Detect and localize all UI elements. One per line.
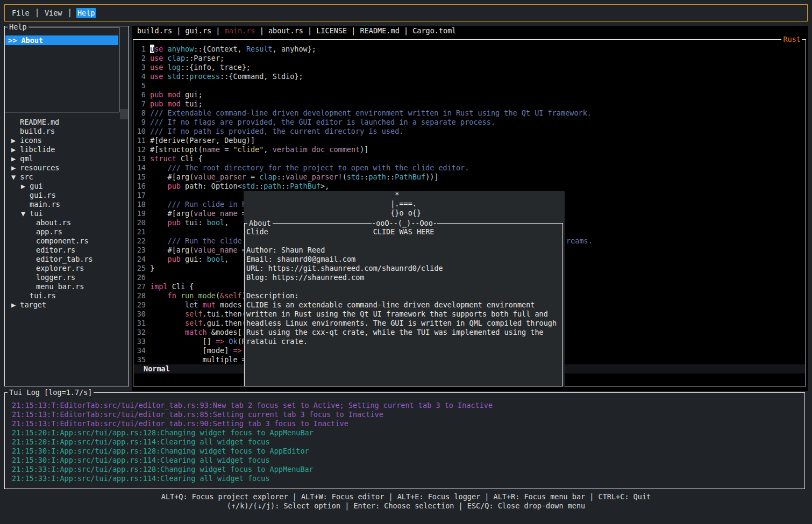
tab-about.rs[interactable]: about.rs (268, 26, 303, 35)
about-dialog-border: About -ooO--(_)--Ooo- Clide CLIDE WAS HE… (244, 223, 563, 386)
code-line-3: 3use log::{info, trace}; (134, 63, 805, 72)
code-line-6: 6pub mod gui; (134, 90, 805, 99)
tab-separator: | (347, 26, 360, 35)
code-line-7: 7pub mod tui; (134, 99, 805, 109)
tree-item-menu_bar.rs[interactable]: menu_bar.rs (7, 282, 119, 291)
log-entry: 21:15:33:I:App:src/tui/app.rs:128:Changi… (12, 465, 801, 474)
about-dialog: * |.===. {}o o{} About -ooO--(_)--Ooo- C… (244, 191, 565, 387)
file-tree: README.mdbuild.rs▶ icons▶ libclide▶ qml▶… (7, 118, 119, 310)
line-number: 5 (134, 81, 146, 90)
tree-item-editor_tab.rs[interactable]: editor_tab.rs (7, 255, 119, 264)
explorer-scrollbar-thumb[interactable] (120, 109, 128, 119)
tui-log-title: Tui Log [log=1.7/s] (8, 388, 94, 397)
code-line22-tail: reams. (566, 236, 593, 246)
line-number: 24 (134, 255, 146, 264)
tab-LICENSE[interactable]: LICENSE (316, 26, 347, 35)
code-line-2: 2use clap::Parser; (134, 54, 805, 63)
tree-item-about.rs[interactable]: about.rs (7, 218, 119, 227)
log-entry: 21:15:20:I:App:src/tui/app.rs:114:Cleari… (12, 437, 801, 447)
code-line-16: 16 pub path: Option<std::path::PathBuf>, (134, 182, 805, 191)
line-number: 33 (134, 337, 146, 346)
code-line-1: 1use anyhow::{Context, Result, anyhow}; (134, 45, 805, 54)
line-number: 14 (134, 163, 146, 173)
code-line-14: 14 /// The root directory for the projec… (134, 163, 805, 173)
line-number: 20 (134, 218, 146, 227)
line-number: 11 (134, 136, 146, 145)
tree-item-icons[interactable]: ▶ icons (7, 136, 119, 145)
log-entry: 21:15:30:I:App:src/tui/app.rs:114:Cleari… (12, 456, 801, 465)
tab-separator: | (172, 26, 185, 35)
tree-item-component.rs[interactable]: component.rs (7, 236, 119, 246)
tree-item-target[interactable]: ▶ target (7, 300, 119, 310)
code-line-5: 5 (134, 81, 805, 90)
line-number: 35 (134, 355, 146, 364)
language-badge: Rust (781, 35, 802, 44)
menu-item-view[interactable]: View (44, 8, 63, 18)
code-line-13: 13struct Cli { (134, 154, 805, 163)
menu-separator-bar: │ (35, 9, 39, 17)
about-dialog-title: About (247, 219, 273, 227)
line-number: 29 (134, 300, 146, 310)
tree-item-src[interactable]: ▼ src (7, 173, 119, 182)
code-line-11: 11#[derive(Parser, Debug)] (134, 136, 805, 145)
tab-Cargo.toml[interactable]: Cargo.toml (412, 26, 456, 35)
tree-item-explorer.rs[interactable]: explorer.rs (7, 264, 119, 273)
tab-README.md[interactable]: README.md (360, 26, 400, 35)
tab-main.rs[interactable]: main.rs (225, 26, 255, 35)
tui-log-panel: Tui Log [log=1.7/s] 21:15:13:T:EditorTab… (4, 392, 805, 489)
code-line-15: 15 #[arg(value_parser = clap::value_pars… (134, 173, 805, 182)
ascii-art-border: -ooO--(_)--Ooo- (372, 219, 437, 227)
tab-gui.rs[interactable]: gui.rs (185, 26, 211, 35)
code-line-12: 12#[structopt(name = "clide", verbatim_d… (134, 145, 805, 154)
code-line-4: 4use std::process::{Command, Stdio}; (134, 72, 805, 81)
tree-item-gui.rs[interactable]: gui.rs (7, 191, 119, 200)
line-number: 17 (134, 191, 146, 200)
line-number: 25 (134, 264, 146, 273)
log-lines: 21:15:13:T:EditorTab:src/tui/editor_tab.… (12, 401, 801, 483)
tree-item-libclide[interactable]: ▶ libclide (7, 145, 119, 154)
line-number: 9 (134, 118, 146, 127)
log-entry: 21:15:20:I:App:src/tui/app.rs:128:Changi… (12, 428, 801, 437)
line-number: 8 (134, 109, 146, 118)
menu-separator (72, 9, 76, 17)
line-number: 2 (134, 54, 146, 63)
tab-separator: | (400, 26, 412, 35)
line-number: 4 (134, 72, 146, 81)
menu-item-file[interactable]: File (11, 8, 31, 18)
tree-item-gui[interactable]: ▶ gui (7, 182, 119, 191)
tree-item-logger.rs[interactable]: logger.rs (7, 273, 119, 282)
tree-item-tui[interactable]: ▼ tui (7, 209, 119, 218)
line-number: 21 (134, 227, 146, 236)
line-number: 34 (134, 346, 146, 355)
line-number: 31 (134, 319, 146, 328)
menu-separator (39, 9, 44, 17)
tree-item-editor.rs[interactable]: editor.rs (7, 246, 119, 255)
help-bar-line2: (↑/k)/(↓/j): Select option | Enter: Choo… (0, 501, 812, 511)
about-dialog-content: Clide CLIDE WAS HERE Author: Shaun Reed … (246, 227, 557, 346)
line-number: 27 (134, 282, 146, 291)
code-line-9: 9/// If no flags are provided, the GUI e… (134, 118, 805, 127)
help-bar-line1: ALT+Q: Focus project explorer | ALT+W: F… (0, 492, 812, 501)
code-line-10: 10/// If no path is provided, the curren… (134, 127, 805, 136)
ascii-art-top: * |.===. {}o o{} (246, 190, 421, 218)
tab-separator: | (303, 26, 316, 35)
line-number: 23 (134, 246, 146, 255)
menu-option-about[interactable]: >> About (5, 35, 118, 45)
line-number: 26 (134, 273, 146, 282)
tree-item-tui.rs[interactable]: tui.rs (7, 291, 119, 300)
menu-separator (31, 9, 35, 17)
tree-item-main.rs[interactable]: main.rs (7, 200, 119, 209)
line-number: 13 (134, 154, 146, 163)
line-number: 19 (134, 209, 146, 218)
tree-item-build.rs[interactable]: build.rs (7, 127, 119, 136)
line-number: 30 (134, 310, 146, 319)
tab-build.rs[interactable]: build.rs (137, 26, 172, 35)
line-number: 12 (134, 145, 146, 154)
tab-separator: | (211, 26, 224, 35)
tree-item-app.rs[interactable]: app.rs (7, 227, 119, 236)
line-number: 1 (134, 45, 146, 54)
menu-item-help[interactable]: Help (76, 8, 96, 18)
tree-item-qml[interactable]: ▶ qml (7, 154, 119, 163)
tree-item-README.md[interactable]: README.md (7, 118, 119, 127)
tree-item-resources[interactable]: ▶ resources (7, 163, 119, 173)
